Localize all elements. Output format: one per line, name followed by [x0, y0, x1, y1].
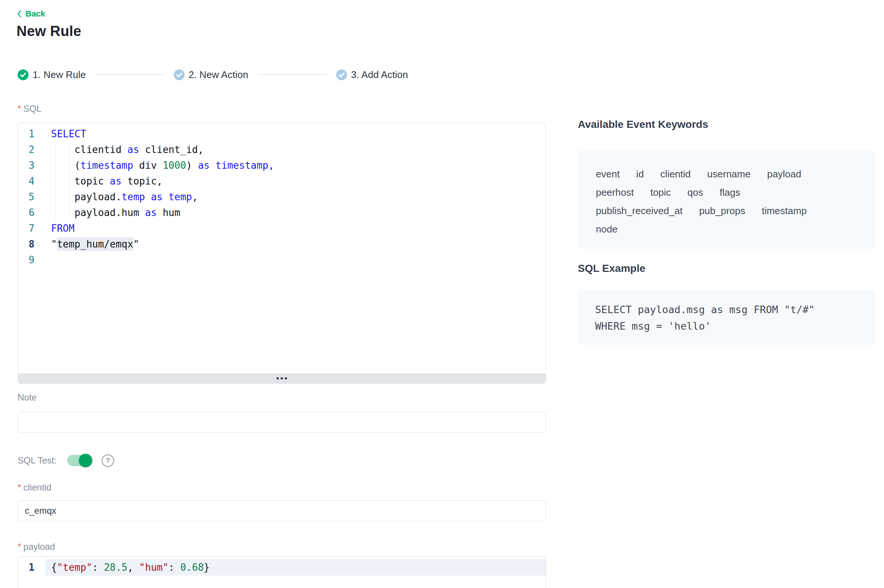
sql-code-editor[interactable]: 1SELECT2 clientid as client_id,3 (timest…	[18, 123, 546, 384]
line-number: 3	[18, 158, 45, 173]
line-number: 9	[18, 252, 45, 268]
code-line[interactable]: 5 payload.temp as temp,	[18, 189, 546, 205]
line-number: 7	[18, 220, 45, 236]
payload-code-editor[interactable]: 1{"temp": 28.5, "hum": 0.68}	[18, 556, 546, 588]
sql-example-box: SELECT payload.msg as msg FROM "t/#"WHER…	[578, 290, 875, 345]
sql-example-line: WHERE msg = 'hello'	[595, 318, 858, 334]
step-label: 3. Add Action	[351, 69, 408, 81]
event-keyword: peerhost	[596, 183, 634, 202]
line-number: 1	[18, 126, 45, 142]
indent-guide	[56, 142, 56, 220]
code-text	[45, 252, 546, 268]
code-line[interactable]: 3 (timestamp div 1000) as timestamp,	[18, 158, 546, 173]
required-asterisk: *	[18, 104, 21, 114]
event-keyword: id	[636, 165, 644, 183]
step-connector	[258, 74, 326, 75]
code-line[interactable]: 2 clientid as client_id,	[18, 142, 546, 158]
clientid-field-label: *clientid	[18, 482, 51, 493]
event-keyword: pub_props	[699, 202, 745, 220]
sql-example-line: SELECT payload.msg as msg FROM "t/#"	[595, 302, 858, 318]
step-add-action[interactable]: 3. Add Action	[336, 69, 408, 81]
event-keyword: topic	[650, 183, 671, 202]
event-keyword: publish_received_at	[596, 202, 683, 220]
step-check-icon	[174, 69, 185, 80]
line-number: 5	[18, 189, 45, 205]
event-keyword: event	[596, 165, 620, 183]
payload-field-label: *payload	[18, 542, 55, 552]
sql-field-label: *SQL	[18, 104, 41, 114]
event-keyword: node	[596, 220, 618, 238]
step-new-action[interactable]: 2. New Action	[174, 69, 248, 81]
code-line[interactable]: 1{"temp": 28.5, "hum": 0.68}	[18, 559, 546, 576]
code-line[interactable]: 8"temp_hum/emqx"	[18, 236, 546, 252]
required-asterisk: *	[18, 542, 21, 552]
code-text: "temp_hum/emqx"	[45, 236, 546, 252]
code-text: payload.temp as temp,	[45, 189, 546, 205]
event-keyword: clientid	[660, 165, 691, 183]
sql-test-label: SQL Test:	[18, 455, 57, 466]
keywords-title: Available Event Keywords	[578, 118, 708, 130]
payload-code-lines[interactable]: 1{"temp": 28.5, "hum": 0.68}	[18, 557, 546, 588]
code-line[interactable]: 6 payload.hum as hum	[18, 205, 546, 220]
code-text: clientid as client_id,	[45, 142, 546, 158]
code-text: (timestamp div 1000) as timestamp,	[45, 158, 546, 173]
line-number: 6	[18, 205, 45, 220]
new-rule-page: Back New Rule 1. New Rule 2. New Action …	[0, 0, 884, 588]
code-line[interactable]: 7FROM	[18, 220, 546, 236]
help-icon[interactable]: ?	[102, 454, 114, 467]
line-number: 8	[18, 236, 45, 252]
code-text: payload.hum as hum	[45, 205, 546, 220]
event-keyword: qos	[687, 183, 703, 202]
sql-example-title: SQL Example	[578, 262, 645, 274]
back-label: Back	[26, 9, 45, 19]
step-label: 2. New Action	[189, 69, 248, 81]
page-title: New Rule	[17, 23, 81, 39]
step-check-icon	[18, 69, 29, 80]
note-input[interactable]	[18, 412, 546, 433]
event-keywords-box: eventidclientidusernamepayloadpeerhostto…	[578, 150, 875, 249]
sql-code-lines[interactable]: 1SELECT2 clientid as client_id,3 (timest…	[18, 123, 546, 374]
event-keyword: timestamp	[762, 202, 807, 220]
code-text: topic as topic,	[45, 173, 546, 189]
step-new-rule[interactable]: 1. New Rule	[18, 69, 86, 81]
sql-test-row: SQL Test: ?	[18, 453, 114, 468]
event-keyword: payload	[767, 165, 801, 183]
line-number: 1	[18, 559, 45, 576]
code-text: FROM	[45, 220, 546, 236]
sql-test-toggle[interactable]	[67, 455, 91, 466]
editor-resize-handle[interactable]	[18, 374, 546, 383]
event-keyword: username	[707, 165, 751, 183]
back-chevron-icon	[17, 9, 22, 18]
line-number: 4	[18, 173, 45, 189]
step-connector	[96, 74, 164, 75]
code-line[interactable]: 4 topic as topic,	[18, 173, 546, 189]
step-label: 1. New Rule	[33, 69, 86, 81]
toggle-thumb	[79, 454, 92, 467]
code-text: SELECT	[45, 126, 546, 142]
code-text: {"temp": 28.5, "hum": 0.68}	[45, 559, 546, 576]
line-number: 2	[18, 142, 45, 158]
note-field-label: Note	[18, 392, 37, 403]
steps-bar: 1. New Rule 2. New Action 3. Add Action	[18, 69, 408, 80]
code-line[interactable]: 9	[18, 252, 546, 268]
back-button[interactable]: Back	[17, 9, 45, 19]
code-line[interactable]: 1SELECT	[18, 126, 546, 142]
event-keyword: flags	[720, 183, 740, 202]
indent-guide	[69, 142, 70, 220]
step-check-icon	[336, 69, 347, 80]
clientid-input[interactable]	[18, 500, 546, 521]
required-asterisk: *	[18, 482, 21, 492]
